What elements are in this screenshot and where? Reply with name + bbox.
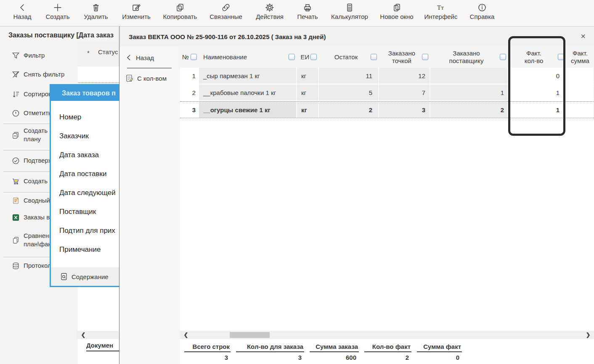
nav-with-qty-label: С кол-вом bbox=[137, 75, 167, 82]
action-summary-report-label: Сводный bbox=[24, 196, 50, 205]
scroll-left-icon[interactable]: ❮ bbox=[80, 332, 87, 338]
menu-item-supplier[interactable]: Поставщик bbox=[51, 202, 123, 221]
cart-icon bbox=[12, 177, 20, 185]
action-compare-plan-fact-label: Сравнени план\фак bbox=[24, 232, 53, 249]
column-checkbox[interactable] bbox=[310, 54, 317, 60]
action-mark-label: Отметить bbox=[24, 109, 52, 117]
toolbar-actions-button[interactable]: Действия bbox=[251, 3, 289, 24]
action-orders-excel-label: Заказы в bbox=[24, 213, 50, 222]
column-checkbox[interactable] bbox=[371, 54, 377, 60]
order-window-title: Заказ ВЕКТА ООО № 25-900-116 от 26.10.20… bbox=[129, 33, 326, 40]
toolbar-new-window-label: Новое окно bbox=[380, 13, 413, 20]
toolbar-delete-button[interactable]: Удалить bbox=[78, 3, 114, 24]
nav-divider bbox=[127, 68, 172, 69]
toolbar-edit-label: Изменить bbox=[122, 13, 151, 20]
column-checkbox[interactable] bbox=[422, 54, 428, 60]
interface-icon: Tт bbox=[436, 3, 446, 12]
toolbar-calculator-label: Калькулятор bbox=[331, 13, 368, 20]
action-filter[interactable]: Фильтр bbox=[0, 51, 78, 60]
toolbar-linked-button[interactable]: Связанные bbox=[205, 3, 247, 24]
table-hscrollbar[interactable]: ❮ ❯ bbox=[180, 331, 594, 339]
print-icon bbox=[303, 3, 312, 12]
orders-hscrollbar[interactable]: ❮ bbox=[77, 331, 119, 339]
toolbar-edit-button[interactable]: Изменить bbox=[117, 3, 155, 24]
table-row[interactable]: 1 _сыр пармезан 1 кг кг 11 12 0 bbox=[180, 68, 594, 84]
orders-footer-column-label: Докумен bbox=[86, 342, 119, 351]
column-checkbox[interactable] bbox=[558, 54, 564, 60]
col-header-num: № bbox=[180, 47, 199, 68]
link-icon bbox=[221, 3, 231, 12]
scroll-right-icon[interactable]: ❯ bbox=[585, 332, 591, 338]
scroll-left-icon[interactable]: ❮ bbox=[183, 332, 189, 338]
column-checkbox[interactable] bbox=[191, 54, 197, 60]
plus-icon bbox=[53, 3, 62, 12]
help-icon bbox=[477, 3, 487, 12]
toolbar-new-window-button[interactable]: Новое окно bbox=[377, 3, 417, 24]
action-protocol-label: Протокол bbox=[24, 261, 51, 270]
toolbar-linked-label: Связанные bbox=[209, 13, 242, 20]
nav-with-qty-button[interactable]: С кол-вом bbox=[125, 73, 167, 83]
action-filter-label: Фильтр bbox=[24, 51, 45, 60]
menu-item-customer[interactable]: Заказчик bbox=[51, 127, 123, 145]
summary-total-rows: Всего строк 3 bbox=[184, 343, 231, 361]
toolbar-back-label: Назад bbox=[13, 13, 32, 20]
col-header-stock: Остаток bbox=[319, 47, 379, 68]
excel-icon bbox=[12, 214, 20, 222]
menu-item-content[interactable]: Содержание bbox=[51, 267, 123, 286]
toolbar-back-button[interactable]: Назад bbox=[8, 3, 37, 24]
column-checkbox[interactable] bbox=[289, 54, 295, 60]
action-sort-label: Сортиров bbox=[24, 90, 52, 98]
chevron-left-icon bbox=[126, 54, 131, 61]
menu-item-subtype[interactable]: Подтип для прих bbox=[51, 221, 123, 240]
nav-back-button[interactable]: Назад bbox=[126, 53, 154, 63]
col-header-ordered-point: Заказано точкой bbox=[379, 47, 430, 68]
action-clear-filter[interactable]: Снять фильтр bbox=[0, 70, 78, 79]
toolbar-interface-button[interactable]: Tт Интерфейс bbox=[421, 3, 461, 24]
table-row-selected[interactable]: 3 __огурцы свежие 1 кг кг 2 3 2 1 bbox=[180, 101, 594, 118]
content-search-icon bbox=[60, 273, 68, 280]
compare-icon bbox=[12, 236, 20, 244]
menu-item-next-date[interactable]: Дата следующей bbox=[51, 183, 123, 202]
toolbar-create-button[interactable]: Создать bbox=[41, 3, 74, 24]
app-root: Назад Создать Удалить Изменить Копироват… bbox=[0, 0, 594, 364]
protocol-db-icon bbox=[12, 262, 20, 270]
col-header-ordered-supplier: Заказано поставщику bbox=[430, 47, 508, 68]
action-clear-filter-label: Снять фильтр bbox=[24, 70, 64, 79]
order-items-table: № Наименование ЕИ Остаток Заказано точко… bbox=[180, 47, 594, 118]
column-checkbox[interactable] bbox=[500, 54, 506, 60]
order-document-window: Заказ ВЕКТА ООО № 25-900-116 от 26.10.20… bbox=[119, 26, 594, 364]
toolbar-calculator-button[interactable]: Калькулятор bbox=[326, 3, 373, 24]
menu-item-number[interactable]: Номер bbox=[51, 108, 123, 127]
order-context-menu-title: Заказ товаров п bbox=[51, 85, 123, 101]
orders-panel-title: Заказы поставщику [Дата заказ bbox=[8, 32, 119, 39]
orders-col-status: Статус bbox=[98, 48, 118, 55]
back-icon bbox=[18, 3, 27, 12]
summary-fact-qty: Кол-во факт 2 bbox=[364, 343, 411, 361]
col-header-name: Наименование bbox=[199, 47, 297, 68]
order-window-nav: Назад С кол-вом bbox=[119, 47, 180, 364]
action-create-order-label: Создать bbox=[24, 177, 48, 185]
menu-item-content-label: Содержание bbox=[72, 273, 109, 280]
menu-item-note[interactable]: Примечание bbox=[51, 240, 123, 259]
action-confirm-label: Подтверж bbox=[24, 156, 53, 165]
table-row[interactable]: 2 __крабовые палочки 1 кг кг 5 7 1 1 bbox=[180, 84, 594, 101]
scrollbar-thumb[interactable] bbox=[230, 332, 270, 338]
toolbar-print-button[interactable]: Печать bbox=[292, 3, 323, 24]
col-header-fact-sum: Факт. сумма bbox=[566, 47, 594, 68]
summary-fact-sum: Сумма факт 0 bbox=[417, 343, 462, 361]
summary-order-sum: Сумма заказа 600 bbox=[310, 343, 359, 361]
menu-item-delivery-date[interactable]: Дата поставки bbox=[51, 164, 123, 183]
new-window-icon bbox=[392, 3, 401, 12]
close-icon[interactable]: × bbox=[578, 31, 588, 41]
copy-icon bbox=[175, 3, 185, 12]
order-context-menu-items: Номер Заказчик Дата заказа Дата поставки… bbox=[51, 101, 123, 259]
toolbar-copy-button[interactable]: Копировать bbox=[159, 3, 201, 24]
orders-col-star: * bbox=[87, 49, 90, 56]
toolbar-help-label: Справка bbox=[470, 13, 495, 20]
notepad-pencil-icon bbox=[125, 74, 134, 82]
calculator-icon bbox=[345, 3, 354, 12]
nav-back-label: Назад bbox=[136, 54, 154, 61]
toolbar-help-button[interactable]: Справка bbox=[465, 3, 499, 24]
menu-item-order-date[interactable]: Дата заказа bbox=[51, 145, 123, 164]
orders-list-header: * Статус bbox=[78, 42, 119, 66]
